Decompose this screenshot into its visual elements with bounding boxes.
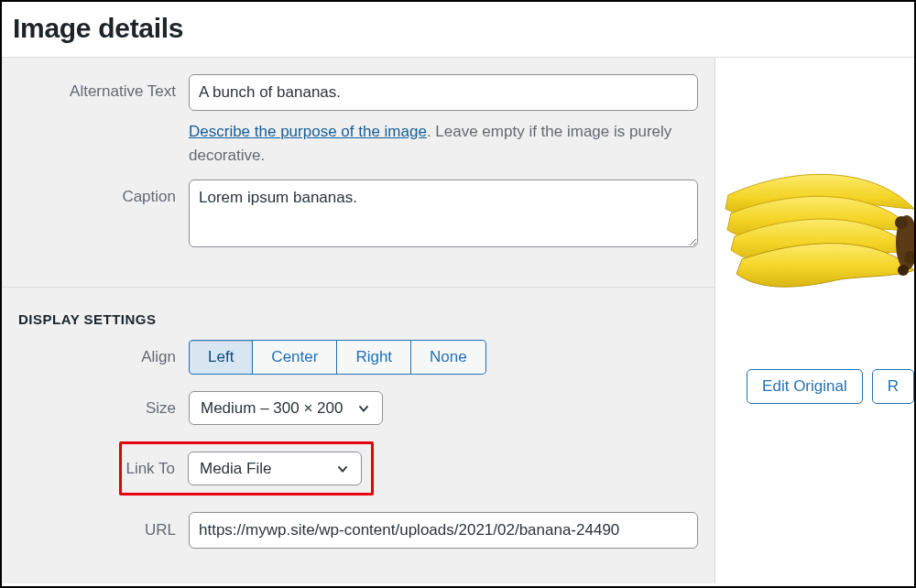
align-label: Align bbox=[18, 348, 189, 366]
row-url: URL bbox=[18, 512, 698, 549]
align-button-group: Left Center Right None bbox=[189, 340, 486, 375]
align-none-button[interactable]: None bbox=[410, 340, 486, 375]
link-to-label: Link To bbox=[122, 460, 188, 478]
row-align: Align Left Center Right None bbox=[18, 340, 698, 375]
dialog-body: Alternative Text Describe the purpose of… bbox=[2, 58, 914, 583]
row-caption: Caption Lorem ipsum bananas. bbox=[18, 180, 698, 252]
replace-button[interactable]: R bbox=[872, 369, 914, 404]
svg-point-1 bbox=[895, 216, 908, 229]
display-section: Align Left Center Right None Size bbox=[2, 336, 714, 583]
url-label: URL bbox=[18, 521, 189, 539]
align-left-button[interactable]: Left bbox=[189, 340, 253, 375]
image-preview bbox=[742, 168, 889, 351]
dialog-titlebar: Image details bbox=[2, 2, 914, 58]
display-settings-heading: DISPLAY SETTINGS bbox=[2, 288, 714, 336]
link-to-select-wrap: Media File bbox=[188, 452, 362, 485]
url-input[interactable] bbox=[189, 512, 698, 549]
general-section: Alternative Text Describe the purpose of… bbox=[2, 58, 714, 287]
image-details-dialog: Image details Alternative Text Describe … bbox=[0, 0, 916, 588]
banana-illustration bbox=[714, 158, 916, 342]
link-to-select[interactable]: Media File bbox=[188, 452, 362, 485]
svg-point-3 bbox=[898, 265, 909, 276]
alt-text-label: Alternative Text bbox=[18, 74, 189, 101]
align-right-button[interactable]: Right bbox=[336, 340, 411, 375]
row-size: Size Medium – 300 × 200 bbox=[18, 391, 698, 425]
right-pane-buttons: Edit Original R bbox=[715, 369, 914, 404]
link-to-highlight: Link To Media File bbox=[119, 441, 374, 495]
caption-label: Caption bbox=[18, 180, 189, 206]
size-select[interactable]: Medium – 300 × 200 bbox=[189, 391, 383, 425]
alt-text-input[interactable] bbox=[189, 74, 698, 111]
row-alt-text: Alternative Text Describe the purpose of… bbox=[18, 74, 698, 167]
size-select-wrap: Medium – 300 × 200 bbox=[189, 391, 383, 425]
alt-text-hint: Describe the purpose of the image. Leave… bbox=[189, 120, 698, 167]
row-link-to: . Link To Media File bbox=[18, 441, 698, 495]
size-label: Size bbox=[18, 399, 189, 418]
right-pane: Edit Original R bbox=[715, 58, 914, 583]
caption-textarea[interactable]: Lorem ipsum bananas. bbox=[189, 180, 698, 247]
describe-purpose-link[interactable]: Describe the purpose of the image bbox=[189, 123, 427, 140]
align-center-button[interactable]: Center bbox=[252, 340, 337, 375]
left-pane: Alternative Text Describe the purpose of… bbox=[2, 58, 715, 583]
edit-original-button[interactable]: Edit Original bbox=[747, 369, 863, 404]
dialog-title: Image details bbox=[13, 13, 911, 44]
